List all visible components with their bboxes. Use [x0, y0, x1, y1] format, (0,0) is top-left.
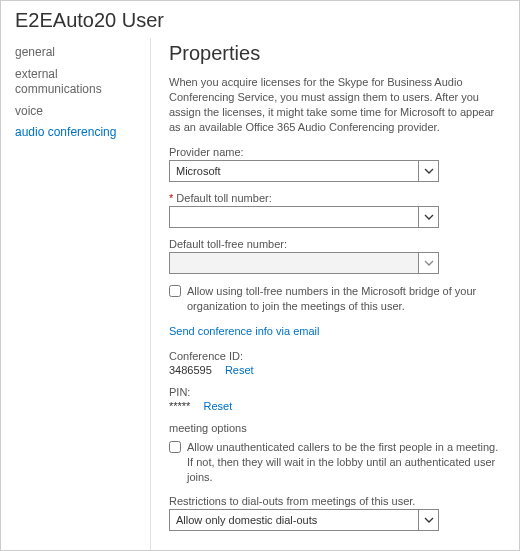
- allow-unauthenticated-label: Allow unauthenticated callers to be the …: [187, 440, 501, 485]
- allow-unauthenticated-checkbox[interactable]: [169, 441, 181, 453]
- provider-name-label: Provider name:: [169, 146, 501, 158]
- main-panel: Properties When you acquire licenses for…: [151, 38, 519, 550]
- pin-label: PIN:: [169, 386, 501, 398]
- sidebar-item-voice[interactable]: voice: [15, 101, 140, 123]
- sidebar: general external communications voice au…: [1, 38, 151, 550]
- pin-value: *****: [169, 400, 190, 412]
- chevron-down-icon: [418, 510, 438, 530]
- conference-id-value: 3486595: [169, 364, 212, 376]
- conference-id-reset-link[interactable]: Reset: [225, 364, 254, 376]
- required-star: *: [169, 192, 173, 204]
- dial-out-restrictions-label: Restrictions to dial-outs from meetings …: [169, 495, 501, 507]
- default-toll-free-number-value: [169, 252, 439, 274]
- page-description: When you acquire licenses for the Skype …: [169, 75, 501, 134]
- default-toll-free-number-select[interactable]: [169, 252, 439, 274]
- provider-name-select[interactable]: Microsoft: [169, 160, 439, 182]
- chevron-down-icon: [418, 253, 438, 273]
- sidebar-item-general[interactable]: general: [15, 42, 140, 64]
- default-toll-number-value: [169, 206, 439, 228]
- conference-id-label: Conference ID:: [169, 350, 501, 362]
- chevron-down-icon: [418, 161, 438, 181]
- default-toll-number-label: * Default toll number:: [169, 192, 501, 204]
- dial-out-restrictions-value: Allow only domestic dial-outs: [169, 509, 439, 531]
- sidebar-item-external-communications[interactable]: external communications: [15, 64, 140, 101]
- pin-reset-link[interactable]: Reset: [203, 400, 232, 412]
- send-conference-info-link[interactable]: Send conference info via email: [169, 325, 319, 337]
- allow-toll-free-label: Allow using toll-free numbers in the Mic…: [187, 284, 501, 314]
- chevron-down-icon: [418, 207, 438, 227]
- page-header: E2EAuto20 User: [1, 1, 519, 38]
- default-toll-free-number-label: Default toll-free number:: [169, 238, 501, 250]
- allow-toll-free-checkbox[interactable]: [169, 285, 181, 297]
- sidebar-item-audio-conferencing[interactable]: audio conferencing: [15, 122, 140, 144]
- meeting-options-label: meeting options: [169, 422, 501, 434]
- default-toll-number-select[interactable]: [169, 206, 439, 228]
- provider-name-value: Microsoft: [169, 160, 439, 182]
- dial-out-restrictions-select[interactable]: Allow only domestic dial-outs: [169, 509, 439, 531]
- page-title: Properties: [169, 42, 501, 65]
